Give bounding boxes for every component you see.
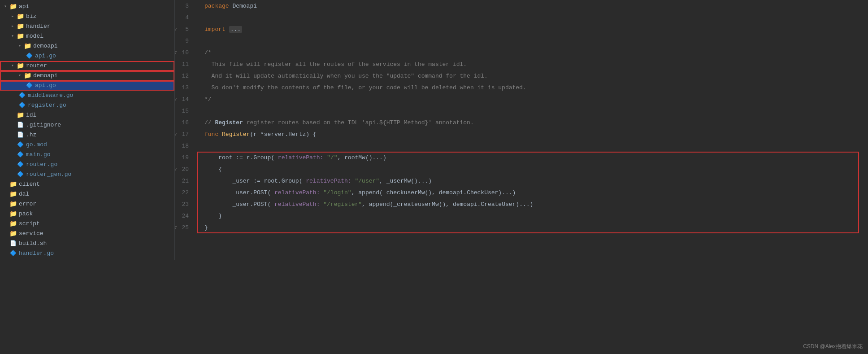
named-param-23: relativePath: [274, 201, 320, 208]
code-content: package Demoapi import ... /* This file … [197, 0, 868, 354]
tree-item-pack[interactable]: ▸ 📁 pack [0, 209, 174, 219]
code-line-9 [204, 35, 868, 47]
code-line-25: } [204, 222, 868, 233]
tree-item-demoapi-router[interactable]: ▾ 📁 demoapi [0, 71, 174, 81]
tree-item-api[interactable]: ▾ 📁 api [0, 2, 174, 12]
tree-item-handler-go[interactable]: ▸ 🔷 handler.go [0, 249, 174, 258]
line-num-20: ▽20 [175, 163, 192, 175]
tree-item-client[interactable]: ▸ 📁 client [0, 179, 174, 189]
go-file-icon: 🔷 [18, 101, 26, 109]
tree-label: client [19, 179, 40, 189]
tree-item-build-sh[interactable]: ▸ 📄 build.sh [0, 239, 174, 249]
expand-arrow: ▾ [16, 71, 23, 81]
tree-item-middleware-go[interactable]: 🔷 middleware.go [0, 91, 174, 101]
code-line-3: package Demoapi [204, 0, 868, 12]
string-login: "/login" [323, 189, 351, 196]
expand-arrow: ▾ [16, 41, 23, 51]
go-file-icon: 🔷 [16, 151, 24, 159]
tree-item-router-go[interactable]: ▸ 🔷 router.go [0, 160, 174, 170]
go-file-icon: 🔷 [16, 161, 24, 169]
tree-item-dal[interactable]: ▸ 📁 dal [0, 189, 174, 199]
tree-item-go-mod[interactable]: ▸ 🔷 go.mod [0, 140, 174, 150]
code-line-21: _user := root.Group( relativePath: "/use… [204, 175, 868, 187]
tree-item-biz[interactable]: ▸ 📁 biz [0, 12, 174, 22]
go-file-icon: 🔷 [16, 141, 24, 149]
line-num-19: 19 [175, 152, 192, 163]
line-num-16: 16 [175, 117, 192, 128]
tree-label: service [19, 229, 43, 239]
code-line-16: // Register register routes based on the… [204, 117, 868, 128]
tree-label: handler.go [19, 249, 54, 258]
line-num-9: 9 [175, 35, 192, 47]
folder-icon: 📁 [16, 111, 24, 119]
tree-item-api-go-router[interactable]: 🔷 api.go [0, 81, 174, 91]
code-editor[interactable]: 3 4 ▽5 9 ▽10 11 12 13 ▽14 15 16 ▽17 18 1… [175, 0, 868, 354]
tree-label: handler [26, 22, 51, 31]
folder-icon: 📁 [9, 3, 17, 11]
tree-label: dal [19, 189, 29, 199]
code-line-5: import ... [204, 23, 868, 35]
folder-icon: 📁 [9, 210, 17, 218]
tree-item-api-go-model[interactable]: 🔷 api.go [0, 51, 174, 61]
tree-item-handler[interactable]: ▸ 📁 handler [0, 22, 174, 31]
tree-label: go.mod [26, 140, 47, 150]
tree-item-router[interactable]: ▾ 📁 router [0, 61, 174, 71]
tree-item-model[interactable]: ▾ 📁 model [0, 31, 174, 41]
line-num-12: 12 [175, 70, 192, 82]
go-file-icon: 🔷 [25, 82, 33, 90]
code-line-17: func Register (r *server.Hertz) { [204, 128, 868, 140]
line-num-14: ▽14 [175, 93, 192, 105]
tree-item-gitignore[interactable]: ▸ 📄 .gitignore [0, 120, 174, 130]
tree-label: error [19, 199, 36, 209]
tree-item-main-go[interactable]: ▸ 🔷 main.go [0, 150, 174, 160]
go-file-icon: 🔷 [16, 170, 24, 179]
keyword-import: import [204, 26, 226, 33]
code-line-11: This file will register all the routes o… [204, 58, 868, 70]
tree-item-idl[interactable]: ▸ 📁 idl [0, 110, 174, 120]
line-numbers: 3 4 ▽5 9 ▽10 11 12 13 ▽14 15 16 ▽17 18 1… [175, 0, 197, 354]
go-file-icon: 🔷 [25, 52, 33, 60]
expand-arrow: ▾ [9, 61, 16, 71]
line-num-24: 24 [175, 210, 192, 222]
folder-icon: 📁 [9, 180, 17, 188]
code-line-20: { [204, 163, 868, 175]
import-collapsed: ... [229, 26, 242, 33]
tree-label: register.go [28, 101, 66, 110]
keyword-package: package [204, 3, 229, 9]
string-register: "/register" [323, 201, 362, 208]
tree-item-hz[interactable]: ▸ 📄 .hz [0, 130, 174, 140]
file-tree[interactable]: ▾ 📁 api ▸ 📁 biz ▸ 📁 handler ▾ 📁 model [0, 0, 175, 260]
line-num-22: 22 [175, 187, 192, 198]
go-file-icon: 🔷 [18, 92, 26, 100]
comment-register: // Register register routes based on the… [204, 119, 474, 126]
comment-line-13: So don't modify the contents of the file… [204, 84, 526, 91]
line-num-17: ▽17 [175, 128, 192, 140]
tree-label: router.go [26, 160, 57, 170]
folder-icon: 📁 [16, 22, 24, 31]
tree-label: build.sh [19, 239, 47, 249]
code-line-18 [204, 140, 868, 152]
folder-icon: 📁 [23, 42, 31, 50]
folder-icon: 📁 [16, 32, 24, 40]
tree-label: script [19, 219, 40, 229]
tree-item-service[interactable]: ▸ 📁 service [0, 229, 174, 239]
expand-arrow: ▸ [9, 12, 16, 22]
code-line-24: } [204, 210, 868, 222]
code-line-22: _user.POST( relativePath: "/login" , app… [204, 187, 868, 198]
code-line-14: */ [204, 93, 868, 105]
code-line-13: So don't modify the contents of the file… [204, 82, 868, 93]
tree-item-demoapi-model[interactable]: ▾ 📁 demoapi [0, 41, 174, 51]
file-icon: 📄 [16, 131, 24, 139]
tree-item-router-gen-go[interactable]: ▸ 🔷 router_gen.go [0, 170, 174, 179]
tree-label: main.go [26, 150, 51, 160]
tree-item-script[interactable]: ▸ 📁 script [0, 219, 174, 229]
line-num-10: ▽10 [175, 47, 192, 58]
watermark: CSDN @Alex抱着爆米花 [803, 343, 863, 350]
line-num-23: 23 [175, 198, 192, 210]
tree-item-error[interactable]: ▸ 📁 error [0, 199, 174, 209]
line-num-15: 15 [175, 105, 192, 117]
expand-arrow: ▾ [2, 2, 9, 12]
line-num-21: 21 [175, 175, 192, 187]
comment-line-12: And it will update automatically when yo… [204, 73, 488, 79]
tree-item-register-go[interactable]: 🔷 register.go [0, 101, 174, 110]
